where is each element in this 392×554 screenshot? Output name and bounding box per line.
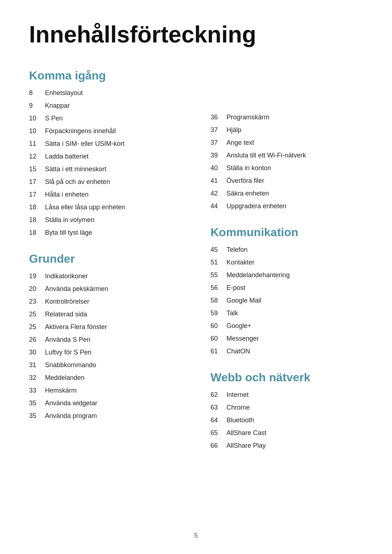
item-label: Byta till tyst läge (45, 228, 92, 238)
page-number: 33 (29, 386, 45, 395)
list-item: 8 Enhetslayout (29, 88, 189, 98)
item-label: Uppgradera enheten (226, 201, 286, 211)
item-label: Sätta i SIM- eller USIM-kort (45, 139, 124, 149)
left-column: Komma igång 8 Enhetslayout 9 Knappar 10 … (29, 69, 189, 435)
page-number: 17 (29, 177, 45, 187)
section-title-komma-igaang: Komma igång (29, 69, 189, 82)
page-number: 56 (211, 283, 226, 293)
list-item: 63 Chrome (211, 403, 363, 413)
page-container: Innehållsförteckning Komma igång 8 Enhet… (0, 0, 392, 494)
item-label: Programskärm (226, 112, 269, 122)
item-label: E-post (226, 283, 245, 293)
page-number: 12 (29, 152, 45, 161)
page-number: 65 (211, 428, 226, 438)
item-label: Sätta i ett minneskort (45, 164, 106, 174)
item-label: Ange text (226, 138, 254, 148)
page-number: 23 (29, 297, 45, 307)
item-label: Ställa in volymen (45, 215, 94, 225)
item-label: Bluetooth (226, 415, 254, 425)
list-item: 9 Knappar (29, 101, 189, 111)
page-number: 41 (211, 176, 226, 186)
item-label: Låsa eller låsa upp enheten (45, 202, 125, 212)
page-number: 25 (29, 322, 45, 332)
item-label: Relaterad sida (45, 309, 87, 319)
list-item: 33 Hemskärm (29, 386, 189, 395)
list-item: 44 Uppgradera enheten (211, 201, 363, 211)
list-item: 55 Meddelandehantering (211, 270, 363, 280)
page-number: 58 (211, 296, 226, 305)
page-title: Innehållsförteckning (29, 22, 363, 47)
list-item: 61 ChatON (211, 346, 363, 356)
item-label: Ansluta till ett Wi-Fi-nätverk (226, 151, 306, 160)
item-label: Ställa in konton (226, 163, 271, 173)
item-label: Hjälp (226, 125, 241, 135)
page-footer: 5 (0, 532, 392, 539)
list-item: 19 Indikatorikoner (29, 271, 189, 281)
list-item: 35 Använda program (29, 411, 189, 421)
content-columns: Komma igång 8 Enhetslayout 9 Knappar 10 … (29, 69, 363, 465)
item-label: Snabbkommando (45, 360, 96, 370)
page-number: 18 (29, 202, 45, 212)
item-label: Google+ (226, 321, 252, 331)
list-item: 51 Kontakter (211, 258, 363, 267)
list-item: 18 Ställa in volymen (29, 215, 189, 225)
list-item: 32 Meddelanden (29, 373, 189, 383)
item-label: Hålla i enheten (45, 190, 89, 200)
list-item: 59 Talk (211, 308, 363, 318)
item-label: Använda pekskärmen (45, 284, 108, 294)
page-number: 25 (29, 309, 45, 319)
list-item: 56 E-post (211, 283, 363, 293)
page-number: 15 (29, 164, 45, 174)
page-number: 37 (211, 125, 226, 135)
list-item: 40 Ställa in konton (211, 163, 363, 173)
item-label: Kontrollrörelser (45, 297, 89, 307)
page-number: 42 (211, 189, 226, 198)
list-item: 15 Sätta i ett minneskort (29, 164, 189, 174)
page-number: 40 (211, 163, 226, 173)
page-number: 10 (29, 126, 45, 136)
page-number: 66 (211, 441, 226, 451)
item-label: Internet (226, 390, 249, 400)
item-label: Telefon (226, 245, 248, 255)
section-title-kommunikation: Kommunikation (211, 226, 363, 239)
page-number: 35 (29, 398, 45, 408)
page-number: 19 (29, 271, 45, 281)
list-item: 12 Ladda batteriet (29, 152, 189, 161)
page-number: 36 (211, 112, 226, 122)
list-item: 26 Använda S Pen (29, 335, 189, 345)
item-label: Hemskärm (45, 386, 77, 395)
page-number: 11 (29, 139, 45, 149)
list-item: 35 Använda widgetar (29, 398, 189, 408)
item-label: Slå på och av enheten (45, 177, 110, 187)
item-label: Messenger (226, 334, 259, 344)
page-number: 37 (211, 138, 226, 148)
list-item: 18 Byta till tyst läge (29, 228, 189, 238)
item-label: Använda S Pen (45, 335, 90, 345)
item-label: Knappar (45, 101, 70, 111)
list-item: 18 Låsa eller låsa upp enheten (29, 202, 189, 212)
list-item: 37 Ange text (211, 138, 363, 148)
item-label: Indikatorikoner (45, 271, 88, 281)
item-label: Chrome (226, 403, 250, 413)
page-number: 44 (211, 201, 226, 211)
right-column: 36 Programskärm 37 Hjälp 37 Ange text 39… (211, 69, 363, 465)
item-label: Meddelandehantering (226, 270, 290, 280)
list-item: 17 Slå på och av enheten (29, 177, 189, 187)
toc-list-kommunikation: 45 Telefon 51 Kontakter 55 Meddelandehan… (211, 245, 363, 356)
page-number: 30 (29, 348, 45, 357)
page-number: 45 (211, 245, 226, 255)
page-number: 61 (211, 346, 226, 356)
page-number: 64 (211, 415, 226, 425)
list-item: 60 Messenger (211, 334, 363, 344)
item-label: Ladda batteriet (45, 152, 89, 161)
item-label: Talk (226, 308, 238, 318)
list-item: 65 AllShare Cast (211, 428, 363, 438)
page-number: 39 (211, 151, 226, 160)
item-label: AllShare Play (226, 441, 266, 451)
page-number: 32 (29, 373, 45, 383)
list-item: 17 Hålla i enheten (29, 190, 189, 200)
list-item: 20 Använda pekskärmen (29, 284, 189, 294)
page-number: 20 (29, 284, 45, 294)
toc-list-webb-och-natverk: 62 Internet 63 Chrome 64 Bluetooth 65 Al… (211, 390, 363, 451)
page-number: 31 (29, 360, 45, 370)
